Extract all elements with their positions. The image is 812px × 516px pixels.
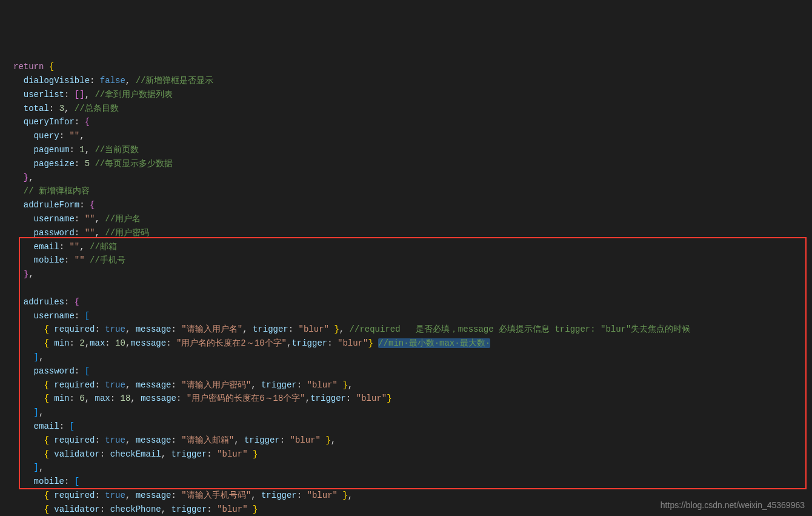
code-line: return { — [13, 60, 812, 74]
code-line: { required: true, message: "请输入用户密码", tr… — [13, 378, 812, 392]
code-line: { min: 6, max: 18, message: "用户密码的长度在6～1… — [13, 392, 812, 406]
code-line: email: "", //邮箱 — [13, 240, 812, 254]
selection: //min·最小数·max·最大数· — [378, 338, 490, 348]
code-line: }, — [13, 267, 812, 281]
code-line: // 新增弹框内容 — [13, 184, 812, 198]
code-line — [13, 281, 812, 295]
code-line: pagesize: 5 //每页显示多少数据 — [13, 157, 812, 171]
code-line: { required: true, message: "请输入邮箱", trig… — [13, 434, 812, 447]
code-line: password: [ — [13, 364, 812, 378]
code-line: { required: true, message: "请输入用户名", tri… — [13, 323, 812, 337]
code-line: queryInfor: { — [13, 115, 812, 129]
code-line: ], — [13, 406, 812, 420]
code-line: ], — [13, 461, 812, 475]
code-line: ], — [13, 350, 812, 364]
code-line: { min: 2,max: 10,message: "用户名的长度在2～10个字… — [13, 337, 812, 350]
code-line: email: [ — [13, 420, 812, 434]
code-line: username: [ — [13, 309, 812, 323]
code-line: addruleForm: { — [13, 198, 812, 212]
code-line: pagenum: 1, //当前页数 — [13, 143, 812, 157]
code-line: mobile: [ — [13, 475, 812, 489]
code-line: total: 3, //总条目数 — [13, 102, 812, 116]
code-line: addrules: { — [13, 295, 812, 309]
code-line: mobile: "" //手机号 — [13, 253, 812, 267]
code-line: dialogVisible: false, //新增弹框是否显示 — [13, 74, 812, 88]
code-line: username: "", //用户名 — [13, 212, 812, 226]
code-line: password: "", //用户密码 — [13, 226, 812, 240]
code-line: query: "", — [13, 129, 812, 143]
code-line: }, — [13, 171, 812, 185]
watermark: https://blog.csdn.net/weixin_45369963 — [661, 498, 805, 512]
code-line: userlist: [], //拿到用户数据列表 — [13, 88, 812, 102]
code-line: { validator: checkEmail, trigger: "blur"… — [13, 447, 812, 461]
code-editor[interactable]: return { dialogVisible: false, //新增弹框是否显… — [13, 60, 812, 516]
